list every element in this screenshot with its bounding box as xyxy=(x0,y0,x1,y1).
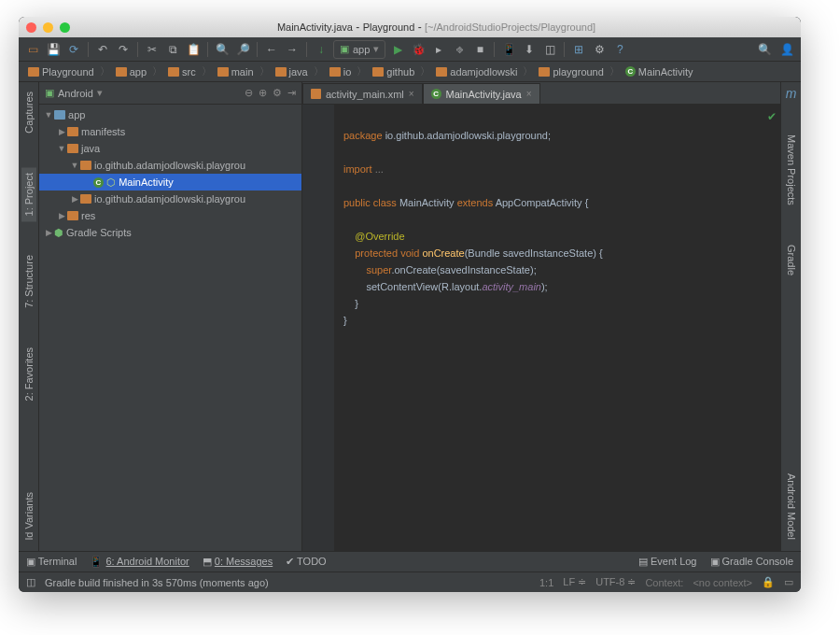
breadcrumb-item[interactable]: playground xyxy=(535,66,607,78)
hide-icon[interactable]: ⇥ xyxy=(287,87,296,99)
paste-icon[interactable]: 📋 xyxy=(185,41,202,58)
code-editor[interactable]: ✔package io.github.adamjodlowski.playgro… xyxy=(302,105,780,551)
find-icon[interactable]: 🔍 xyxy=(214,41,231,58)
breadcrumb-item[interactable]: app xyxy=(112,66,150,78)
close-tab-icon[interactable]: × xyxy=(409,89,414,99)
status-bar: ◫ Gradle build finished in 3s 570ms (mom… xyxy=(19,572,801,592)
line-gutter xyxy=(302,105,334,551)
editor-tabs: activity_main.xml× CMainActivity.java× xyxy=(302,82,780,105)
encoding[interactable]: UTF-8 ≑ xyxy=(595,576,636,588)
left-gutter: Captures 1: Project 7: Structure 2: Favo… xyxy=(19,82,39,551)
structure-icon[interactable]: ⊞ xyxy=(570,41,587,58)
tree-node-res[interactable]: ▶ res xyxy=(39,207,301,224)
status-message: Gradle build finished in 3s 570ms (momen… xyxy=(45,577,269,588)
status-indicator-icon[interactable]: ◫ xyxy=(26,576,35,588)
line-ending[interactable]: LF ≑ xyxy=(563,576,586,588)
tool-tab-maven[interactable]: Maven Projects xyxy=(784,129,799,211)
tree-node-java[interactable]: ▼ java xyxy=(39,140,301,157)
help-icon[interactable]: ? xyxy=(611,41,628,58)
bottom-toolbar: ▣ Terminal 📱 6: Android Monitor ⬒ 0: Mes… xyxy=(19,551,801,572)
avd-icon[interactable]: 📱 xyxy=(500,41,517,58)
ddms-icon[interactable]: ◫ xyxy=(541,41,558,58)
user-icon[interactable]: 👤 xyxy=(778,41,795,58)
sdk-icon[interactable]: ⬇ xyxy=(521,41,538,58)
back-icon[interactable]: ← xyxy=(263,41,280,58)
replace-icon[interactable]: 🔎 xyxy=(234,41,251,58)
project-tree: ▼ app ▶ manifests ▼ java ▼ io.github.ada… xyxy=(39,105,301,551)
breadcrumb: Playground〉 app〉 src〉 main〉 java〉 io〉 gi… xyxy=(19,62,801,82)
code-content[interactable]: ✔package io.github.adamjodlowski.playgro… xyxy=(334,105,780,551)
project-panel: ▣ Android ▾ ⊖ ⊕ ⚙ ⇥ ▼ app ▶ manifests ▼ … xyxy=(39,82,302,551)
open-icon[interactable]: ▭ xyxy=(24,41,41,58)
copy-icon[interactable]: ⧉ xyxy=(164,41,181,58)
tool-tab-messages[interactable]: ⬒ 0: Messages xyxy=(203,556,273,568)
breadcrumb-item[interactable]: src xyxy=(164,66,200,78)
gear-icon[interactable]: ⚙ xyxy=(273,87,282,99)
breadcrumb-item[interactable]: CMainActivity xyxy=(622,66,697,78)
tool-tab-project[interactable]: 1: Project xyxy=(21,167,36,221)
tree-node-app[interactable]: ▼ app xyxy=(39,106,301,123)
breadcrumb-item[interactable]: java xyxy=(272,66,312,78)
undo-icon[interactable]: ↶ xyxy=(94,41,111,58)
tree-node-manifests[interactable]: ▶ manifests xyxy=(39,123,301,140)
memory-indicator[interactable]: ▭ xyxy=(784,576,793,588)
target-icon[interactable]: ⊕ xyxy=(259,87,267,99)
main-toolbar: ▭ 💾 ⟳ ↶ ↷ ✂ ⧉ 📋 🔍 🔎 ← → ↓ ▣app▾ ▶ 🐞 ▸ ⎆ … xyxy=(19,37,801,62)
check-icon: ✔ xyxy=(767,108,777,125)
tree-node-gradle[interactable]: ▶⬢ Gradle Scripts xyxy=(39,224,301,241)
tool-tab-captures[interactable]: Captures xyxy=(21,86,36,139)
breadcrumb-item[interactable]: Playground xyxy=(24,66,98,78)
breadcrumb-item[interactable]: main xyxy=(214,66,258,78)
tool-tab-todo[interactable]: ✔ TODO xyxy=(286,556,326,568)
breadcrumb-item[interactable]: github xyxy=(369,66,418,78)
close-tab-icon[interactable]: × xyxy=(526,89,532,99)
cut-icon[interactable]: ✂ xyxy=(144,41,161,58)
context-value[interactable]: <no context> xyxy=(693,577,752,588)
debug-icon[interactable]: 🐞 xyxy=(410,41,427,58)
tree-node-package-test[interactable]: ▶ io.github.adamjodlowski.playgrou xyxy=(39,190,301,207)
minimize-icon[interactable] xyxy=(43,22,53,33)
tool-tab-android-model[interactable]: Android Model xyxy=(784,468,799,545)
redo-icon[interactable]: ↷ xyxy=(115,41,132,58)
right-gutter: m Maven Projects Gradle Android Model xyxy=(780,82,801,551)
caret-position[interactable]: 1:1 xyxy=(539,577,553,588)
zoom-icon[interactable] xyxy=(60,22,70,33)
run-config-selector[interactable]: ▣app▾ xyxy=(333,40,385,59)
ide-window: MainActivity.java - Playground - [~/Andr… xyxy=(19,17,801,592)
tool-tab-terminal[interactable]: ▣ Terminal xyxy=(26,556,77,568)
search-icon[interactable]: 🔍 xyxy=(756,41,773,58)
editor-tab[interactable]: activity_main.xml× xyxy=(302,83,423,104)
titlebar[interactable]: MainActivity.java - Playground - [~/Andr… xyxy=(19,17,801,37)
attach-icon[interactable]: ⎆ xyxy=(451,41,468,58)
make-icon[interactable]: ↓ xyxy=(313,41,329,58)
project-panel-header: ▣ Android ▾ ⊖ ⊕ ⚙ ⇥ xyxy=(39,82,301,105)
context-label: Context: xyxy=(645,577,683,588)
window-title: MainActivity.java - Playground - [~/Andr… xyxy=(79,21,793,34)
tool-tab-monitor[interactable]: 📱 6: Android Monitor xyxy=(90,556,189,568)
tool-tab-favorites[interactable]: 2: Favorites xyxy=(21,342,36,406)
editor-area: activity_main.xml× CMainActivity.java× ✔… xyxy=(302,82,780,551)
collapse-icon[interactable]: ⊖ xyxy=(245,87,253,99)
traffic-lights xyxy=(26,22,70,33)
stop-icon[interactable]: ■ xyxy=(471,41,488,58)
tool-tab-structure[interactable]: 7: Structure xyxy=(21,249,36,314)
tool-tab-gradle-console[interactable]: ▣ Gradle Console xyxy=(710,556,794,568)
editor-tab[interactable]: CMainActivity.java× xyxy=(423,83,540,104)
maven-m-icon[interactable]: m xyxy=(786,86,797,101)
save-icon[interactable]: 💾 xyxy=(45,41,62,58)
sync-icon[interactable]: ⟳ xyxy=(65,41,82,58)
settings-icon[interactable]: ⚙ xyxy=(591,41,608,58)
tree-node-mainactivity[interactable]: C ⬡ MainActivity xyxy=(39,174,301,190)
tool-tab-gradle[interactable]: Gradle xyxy=(784,239,799,281)
tool-tab-variants[interactable]: ld Variants xyxy=(21,487,36,545)
tree-node-package[interactable]: ▼ io.github.adamjodlowski.playgrou xyxy=(39,157,301,174)
forward-icon[interactable]: → xyxy=(284,41,301,58)
breadcrumb-item[interactable]: io xyxy=(326,66,356,78)
close-icon[interactable] xyxy=(26,22,36,33)
run-icon[interactable]: ▶ xyxy=(389,41,406,58)
profile-icon[interactable]: ▸ xyxy=(430,41,447,58)
hector-icon[interactable]: 🔒 xyxy=(762,576,775,588)
breadcrumb-item[interactable]: adamjodlowski xyxy=(432,66,521,78)
tool-tab-eventlog[interactable]: ▤ Event Log xyxy=(638,556,697,568)
